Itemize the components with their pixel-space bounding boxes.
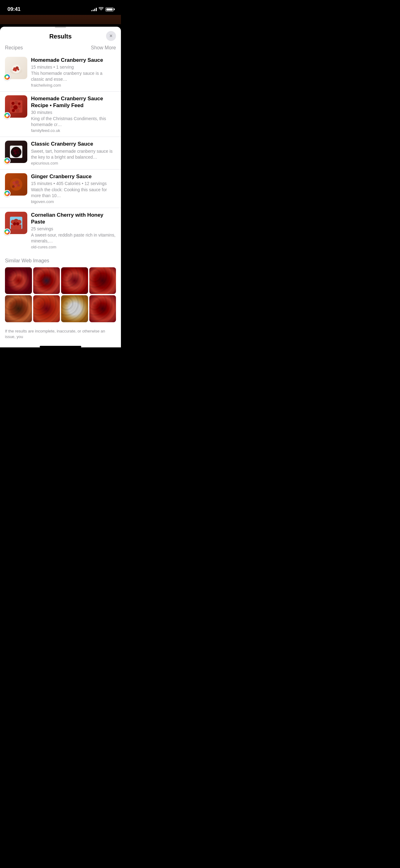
similar-images-section: Similar Web Images: [0, 253, 121, 325]
safari-badge: [4, 190, 10, 197]
svg-point-15: [16, 108, 20, 113]
svg-point-33: [13, 222, 16, 225]
status-time: 09:41: [7, 6, 21, 12]
recipe-title: Classic Cranberry Sauce: [31, 141, 116, 148]
grid-image[interactable]: [89, 295, 116, 322]
grid-image[interactable]: [33, 295, 60, 322]
close-icon: ×: [109, 34, 112, 38]
grid-image[interactable]: [89, 267, 116, 294]
recipe-thumbnail-wrap: [5, 95, 27, 118]
image-grid: [5, 267, 116, 322]
svg-point-10: [18, 102, 21, 105]
recipe-thumbnail-wrap: [5, 141, 27, 163]
recipe-info: Homemade Cranberry Sauce 15 minutes • 1 …: [31, 57, 116, 88]
grid-image[interactable]: [5, 295, 32, 322]
svg-point-23: [12, 181, 15, 184]
svg-point-4: [14, 69, 17, 71]
svg-point-20: [14, 152, 17, 155]
recipe-domain: bigoven.com: [31, 199, 116, 204]
recipe-domain: old-cures.com: [31, 245, 116, 249]
grid-image[interactable]: [5, 267, 32, 294]
svg-point-22: [10, 178, 22, 191]
battery-icon: [105, 7, 113, 11]
background-peek: [0, 15, 121, 24]
recipes-label: Recipes: [5, 45, 23, 51]
recipe-info: Homemade Cranberry Sauce Recipe • Family…: [31, 95, 116, 133]
home-indicator: [40, 346, 81, 347]
recipe-item[interactable]: Classic Cranberry Sauce Sweet, tart, hom…: [0, 137, 121, 169]
svg-point-24: [15, 180, 19, 184]
recipe-thumbnail-wrap: [5, 57, 27, 79]
recipe-meta: 25 servings: [31, 226, 116, 231]
svg-point-9: [14, 101, 18, 104]
recipe-title: Homemade Cranberry Sauce Recipe • Family…: [31, 95, 116, 109]
svg-point-18: [13, 150, 16, 152]
similar-images-title: Similar Web Images: [5, 258, 116, 264]
grid-image[interactable]: [33, 267, 60, 294]
sheet-title: Results: [49, 33, 72, 40]
sheet-header: Results ×: [0, 28, 121, 44]
recipe-thumbnail-wrap: [5, 173, 27, 195]
recipe-domain: epicurious.com: [31, 161, 116, 165]
svg-point-17: [11, 147, 22, 157]
svg-point-21: [18, 152, 19, 154]
close-button[interactable]: ×: [106, 31, 116, 41]
grid-image[interactable]: [61, 295, 88, 322]
wifi-icon: [99, 7, 104, 12]
show-more-button[interactable]: Show More: [91, 45, 116, 51]
recipe-domain: fraicheliving.com: [31, 83, 116, 88]
footer-text: If the results are incomplete, inaccurat…: [0, 325, 121, 343]
safari-badge: [4, 157, 10, 164]
signal-icon: [91, 7, 97, 11]
recipe-meta: 15 minutes • 1 serving: [31, 65, 116, 69]
recipe-title: Cornelian Cherry with Honey Paste: [31, 212, 116, 225]
recipes-section-header: Recipes Show More: [0, 44, 121, 53]
recipe-description: King of the Christmas Condiments, this h…: [31, 116, 116, 128]
recipe-description: This homemade cranberry sauce is a class…: [31, 70, 116, 82]
recipe-info: Ginger Cranberry Sauce 15 minutes • 405 …: [31, 173, 116, 204]
status-bar: 09:41: [0, 0, 121, 15]
recipe-list: Homemade Cranberry Sauce 15 minutes • 1 …: [0, 53, 121, 253]
svg-point-13: [18, 105, 21, 108]
recipe-meta: 30 minutes: [31, 110, 116, 115]
recipe-item[interactable]: Ginger Cranberry Sauce 15 minutes • 405 …: [0, 169, 121, 208]
safari-badge: [4, 112, 10, 119]
recipe-meta: 15 minutes • 405 Calories • 12 servings: [31, 181, 116, 186]
recipe-item[interactable]: Cornelian Cherry with Honey Paste 25 ser…: [0, 208, 121, 253]
svg-point-5: [18, 69, 19, 70]
grid-image[interactable]: [61, 267, 88, 294]
svg-point-8: [11, 102, 14, 105]
svg-point-19: [15, 149, 19, 152]
recipe-item[interactable]: Homemade Cranberry Sauce 15 minutes • 1 …: [0, 53, 121, 92]
recipe-info: Classic Cranberry Sauce Sweet, tart, hom…: [31, 141, 116, 165]
svg-point-11: [10, 105, 14, 108]
safari-badge: [4, 228, 10, 235]
svg-point-14: [12, 109, 15, 112]
svg-rect-29: [11, 224, 22, 229]
recipe-thumbnail-wrap: [5, 212, 27, 234]
svg-point-34: [16, 222, 19, 225]
safari-badge: [4, 73, 10, 81]
recipe-domain: familyfeed.co.uk: [31, 128, 116, 133]
svg-point-26: [18, 184, 20, 187]
recipe-description: A sweet-sour, reddish paste rich in vita…: [31, 232, 116, 244]
svg-point-27: [12, 185, 14, 188]
status-icons: [91, 7, 113, 12]
recipe-title: Homemade Cranberry Sauce: [31, 57, 116, 64]
recipe-description: Watch the clock: Cooking this sauce for …: [31, 187, 116, 199]
recipe-description: Sweet, tart, homemade cranberry sauce is…: [31, 148, 116, 160]
recipe-item[interactable]: Homemade Cranberry Sauce Recipe • Family…: [0, 92, 121, 137]
svg-point-6: [13, 69, 14, 71]
recipe-title: Ginger Cranberry Sauce: [31, 173, 116, 180]
bottom-sheet: Results × Recipes Show More: [0, 27, 121, 347]
recipe-info: Cornelian Cherry with Honey Paste 25 ser…: [31, 212, 116, 249]
